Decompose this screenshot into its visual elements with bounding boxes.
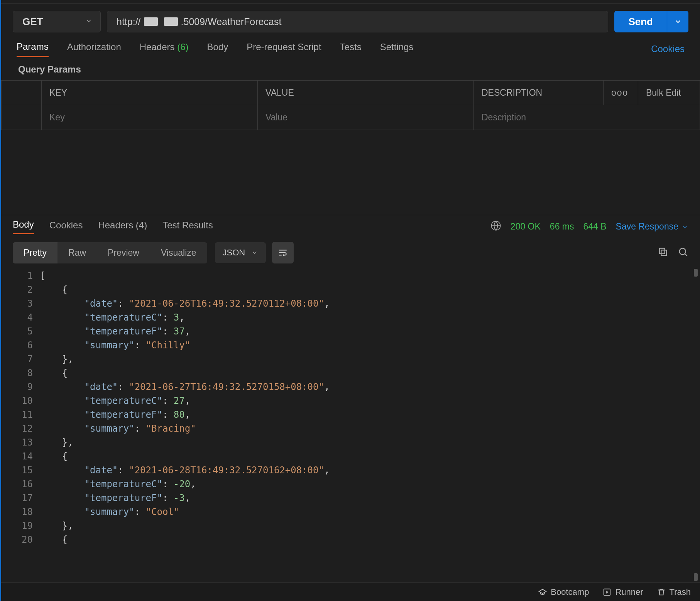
response-tab-headers-label: Headers — [98, 220, 133, 230]
url-prefix: http:// — [117, 16, 141, 27]
svg-rect-2 — [659, 248, 665, 254]
wrap-lines-button[interactable] — [272, 242, 294, 263]
query-params-heading: Query Params — [1, 59, 700, 80]
globe-icon[interactable] — [490, 220, 501, 233]
chevron-down-icon — [85, 17, 93, 26]
params-table: KEY VALUE DESCRIPTION ooo Bulk Edit — [1, 80, 700, 130]
format-selector[interactable]: JSON — [215, 242, 266, 263]
empty-area — [1, 130, 700, 215]
table-row — [2, 105, 700, 130]
bootcamp-button[interactable]: Bootcamp — [538, 587, 589, 597]
top-border — [1, 0, 700, 4]
param-desc-input[interactable] — [482, 112, 692, 123]
tab-authorization[interactable]: Authorization — [67, 42, 121, 56]
save-response-button[interactable]: Save Response — [616, 221, 688, 232]
param-key-input[interactable] — [49, 112, 250, 123]
copy-icon[interactable] — [658, 246, 668, 259]
trash-label: Trash — [670, 587, 691, 597]
url-input[interactable]: http:// .5009/WeatherForecast — [107, 11, 608, 32]
tab-headers-label: Headers — [140, 42, 175, 52]
params-options-button[interactable]: ooo — [604, 81, 638, 105]
tab-prerequest[interactable]: Pre-request Script — [247, 42, 321, 56]
svg-point-3 — [680, 248, 686, 255]
scrollbar-thumb[interactable] — [694, 573, 698, 581]
response-tab-headers[interactable]: Headers (4) — [98, 220, 147, 234]
params-header-key: KEY — [42, 81, 258, 105]
send-button[interactable]: Send — [614, 11, 667, 32]
url-suffix: .5009/WeatherForecast — [181, 16, 282, 27]
bootcamp-label: Bootcamp — [551, 587, 589, 597]
view-preview-button[interactable]: Preview — [97, 242, 150, 263]
tab-settings[interactable]: Settings — [380, 42, 414, 56]
response-size: 644 B — [583, 221, 607, 232]
url-redaction — [144, 17, 158, 26]
response-tab-cookies[interactable]: Cookies — [49, 220, 83, 234]
tab-headers[interactable]: Headers (6) — [140, 42, 189, 56]
bulk-edit-button[interactable]: Bulk Edit — [638, 81, 700, 105]
view-pretty-button[interactable]: Pretty — [13, 242, 57, 263]
cookies-link[interactable]: Cookies — [651, 44, 685, 54]
svg-rect-1 — [661, 250, 666, 255]
scrollbar-thumb[interactable] — [694, 269, 698, 277]
tab-params[interactable]: Params — [17, 41, 49, 57]
response-tab-headers-count: (4) — [136, 220, 147, 230]
url-redaction — [164, 17, 178, 26]
tab-headers-count: (6) — [177, 42, 188, 52]
send-dropdown-button[interactable] — [667, 11, 688, 32]
status-bar: Bootcamp Runner Trash — [1, 582, 700, 601]
tab-tests[interactable]: Tests — [340, 42, 362, 56]
request-bar: GET http:// .5009/WeatherForecast Send — [1, 4, 700, 39]
params-header-checkbox — [2, 81, 42, 105]
params-header-value: VALUE — [258, 81, 474, 105]
response-tab-body[interactable]: Body — [13, 219, 34, 234]
request-tabs: Params Authorization Headers (6) Body Pr… — [1, 39, 700, 59]
params-header-desc: DESCRIPTION — [474, 81, 604, 105]
trash-button[interactable]: Trash — [657, 587, 691, 597]
tab-body[interactable]: Body — [207, 42, 228, 56]
response-body-viewer[interactable]: 1234567891011121314151617181920 [ { "dat… — [1, 267, 700, 582]
runner-label: Runner — [615, 587, 643, 597]
view-raw-button[interactable]: Raw — [57, 242, 97, 263]
response-view-controls: Pretty Raw Preview Visualize JSON — [1, 238, 700, 267]
save-response-label: Save Response — [616, 221, 678, 232]
response-tab-testresults[interactable]: Test Results — [162, 220, 213, 234]
status-code: 200 OK — [511, 221, 541, 232]
format-label: JSON — [223, 248, 245, 258]
param-value-input[interactable] — [265, 112, 466, 123]
view-visualize-button[interactable]: Visualize — [150, 242, 207, 263]
runner-button[interactable]: Runner — [603, 587, 643, 597]
response-time: 66 ms — [550, 221, 574, 232]
search-icon[interactable] — [678, 246, 688, 259]
method-label: GET — [22, 16, 85, 28]
response-tabs: Body Cookies Headers (4) Test Results 20… — [1, 215, 700, 238]
method-selector[interactable]: GET — [13, 11, 101, 32]
